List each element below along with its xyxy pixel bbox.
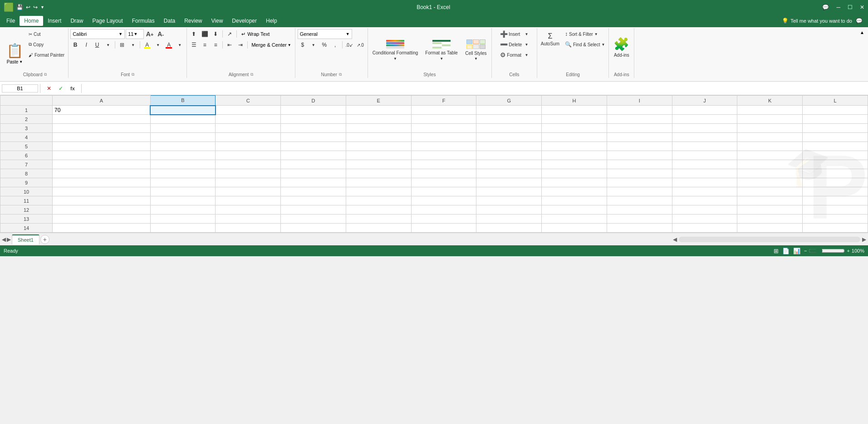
cell-H7[interactable]: [542, 160, 607, 169]
col-header-i[interactable]: I: [607, 96, 672, 106]
cell-G2[interactable]: [476, 115, 542, 124]
orientation-button[interactable]: ↗: [225, 29, 235, 39]
cell-F7[interactable]: [411, 160, 476, 169]
paste-dropdown-arrow[interactable]: ▼: [19, 60, 23, 64]
col-header-k[interactable]: K: [737, 96, 803, 106]
cell-F14[interactable]: [411, 224, 476, 233]
cell-K5[interactable]: [737, 142, 803, 151]
menu-review[interactable]: Review: [180, 16, 206, 26]
cell-D5[interactable]: [281, 142, 346, 151]
menu-view[interactable]: View: [207, 16, 228, 26]
format-table-dropdown[interactable]: ▼: [440, 57, 443, 61]
underline-dropdown[interactable]: ▼: [103, 40, 113, 50]
delete-dropdown-arrow[interactable]: ▼: [525, 43, 528, 47]
cell-I10[interactable]: [607, 187, 672, 196]
cell-K1[interactable]: [737, 106, 803, 115]
cell-H13[interactable]: [542, 214, 607, 224]
delete-cells-button[interactable]: ➖ Delete ▼: [498, 39, 530, 49]
cell-D9[interactable]: [281, 178, 346, 187]
row-number-3[interactable]: 3: [0, 124, 53, 133]
cell-G6[interactable]: [476, 151, 542, 160]
left-align-button[interactable]: ☰: [189, 40, 199, 50]
spreadsheet[interactable]: 🎓 P A B C D E F G H I J K L: [0, 95, 868, 233]
cell-H10[interactable]: [542, 187, 607, 196]
format-cells-button[interactable]: ⚙ Format ▼: [498, 50, 530, 60]
customize-quick-access-icon[interactable]: ▼: [40, 5, 44, 10]
fill-color-button[interactable]: A: [142, 40, 152, 50]
clipboard-expand-icon[interactable]: ⧉: [44, 72, 47, 77]
cell-K11[interactable]: [737, 196, 803, 205]
right-align-button[interactable]: ≡: [211, 40, 221, 50]
font-size-selector[interactable]: 11 ▼: [126, 29, 144, 39]
copy-button[interactable]: ⧉ Copy: [27, 39, 66, 49]
cell-F4[interactable]: [411, 133, 476, 142]
cell-F11[interactable]: [411, 196, 476, 205]
conditional-formatting-button[interactable]: Conditional Formatting ▼: [370, 33, 421, 68]
cell-C12[interactable]: [216, 205, 281, 214]
cell-K9[interactable]: [737, 178, 803, 187]
find-dropdown-arrow[interactable]: ▼: [601, 43, 605, 47]
cell-J1[interactable]: [672, 106, 737, 115]
cell-A8[interactable]: [53, 169, 151, 178]
cell-G10[interactable]: [476, 187, 542, 196]
cell-J12[interactable]: [672, 205, 737, 214]
tell-me-text[interactable]: Tell me what you want to do: [790, 18, 852, 24]
cell-L9[interactable]: [803, 178, 868, 187]
cell-E7[interactable]: [346, 160, 411, 169]
cell-B7[interactable]: [150, 160, 216, 169]
cell-H12[interactable]: [542, 205, 607, 214]
cell-K10[interactable]: [737, 187, 803, 196]
row-number-8[interactable]: 8: [0, 169, 53, 178]
cell-D13[interactable]: [281, 214, 346, 224]
cell-J6[interactable]: [672, 151, 737, 160]
cell-B1[interactable]: [150, 106, 216, 115]
font-name-selector[interactable]: Calibri ▼: [70, 29, 125, 39]
autosum-button[interactable]: Σ AutoSum: [539, 31, 561, 47]
cell-L2[interactable]: [803, 115, 868, 124]
cell-K6[interactable]: [737, 151, 803, 160]
cell-J9[interactable]: [672, 178, 737, 187]
col-header-d[interactable]: D: [281, 96, 346, 106]
row-number-13[interactable]: 13: [0, 214, 53, 224]
sort-filter-button[interactable]: ↕ Sort & Filter ▼: [563, 29, 607, 39]
cell-G8[interactable]: [476, 169, 542, 178]
cell-K3[interactable]: [737, 124, 803, 133]
row-number-14[interactable]: 14: [0, 224, 53, 233]
cell-D12[interactable]: [281, 205, 346, 214]
col-header-l[interactable]: L: [803, 96, 868, 106]
cell-E1[interactable]: [346, 106, 411, 115]
menu-developer[interactable]: Developer: [227, 16, 261, 26]
cell-E8[interactable]: [346, 169, 411, 178]
cell-H5[interactable]: [542, 142, 607, 151]
col-header-j[interactable]: J: [672, 96, 737, 106]
cell-E9[interactable]: [346, 178, 411, 187]
menu-formulas[interactable]: Formulas: [128, 16, 159, 26]
sort-dropdown-arrow[interactable]: ▼: [594, 32, 598, 36]
cell-D1[interactable]: [281, 106, 346, 115]
menu-help[interactable]: Help: [261, 16, 282, 26]
row-number-2[interactable]: 2: [0, 115, 53, 124]
cell-K2[interactable]: [737, 115, 803, 124]
cell-G14[interactable]: [476, 224, 542, 233]
view-page-layout-button[interactable]: 📄: [782, 248, 790, 254]
cell-L10[interactable]: [803, 187, 868, 196]
col-header-h[interactable]: H: [542, 96, 607, 106]
menu-insert[interactable]: Insert: [43, 16, 66, 26]
comma-button[interactable]: ,: [330, 40, 340, 50]
row-number-7[interactable]: 7: [0, 160, 53, 169]
cell-G1[interactable]: [476, 106, 542, 115]
hscroll-right[interactable]: ▶: [862, 236, 866, 243]
view-normal-button[interactable]: ⊞: [774, 248, 779, 254]
percent-button[interactable]: %: [319, 40, 329, 50]
font-expand-icon[interactable]: ⧉: [132, 72, 134, 77]
italic-button[interactable]: I: [81, 40, 91, 50]
horizontal-scrollbar[interactable]: [679, 237, 860, 242]
cell-C2[interactable]: [216, 115, 281, 124]
cell-F10[interactable]: [411, 187, 476, 196]
cell-B13[interactable]: [150, 214, 216, 224]
cell-A3[interactable]: [53, 124, 151, 133]
cell-K8[interactable]: [737, 169, 803, 178]
chat-icon[interactable]: 💬: [822, 4, 829, 10]
insert-dropdown-arrow[interactable]: ▼: [525, 32, 528, 36]
cell-L5[interactable]: [803, 142, 868, 151]
